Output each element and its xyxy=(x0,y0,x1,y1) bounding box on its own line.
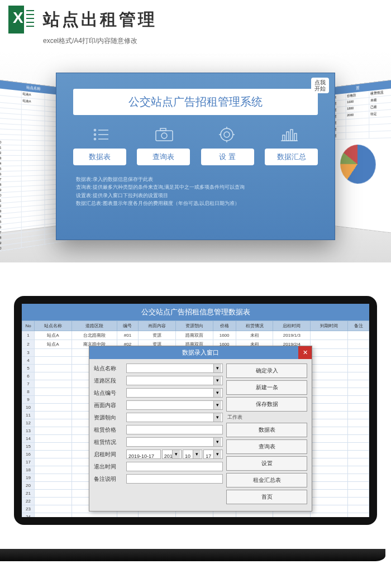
laptop-screen: 公交站点广告招租信息管理数据表 No站点名称道路区段 编号画面内容资源朝向 价格… xyxy=(22,304,369,517)
laptop-frame: 公交站点广告招租信息管理数据表 No站点名称道路区段 编号画面内容资源朝向 价格… xyxy=(14,296,377,525)
bars-icon xyxy=(279,126,300,143)
content-input[interactable] xyxy=(126,400,223,410)
svg-point-9 xyxy=(224,132,230,137)
goto-query-button[interactable]: 查询表 xyxy=(226,439,307,454)
svg-point-0 xyxy=(94,130,96,131)
status-input[interactable] xyxy=(126,437,223,447)
excel-icon xyxy=(8,6,36,34)
svg-point-7 xyxy=(161,133,167,138)
station-number-input[interactable] xyxy=(126,388,223,398)
goto-settings-button[interactable]: 设置 xyxy=(226,456,307,471)
svg-rect-17 xyxy=(287,132,289,141)
save-button[interactable]: 保存数据 xyxy=(226,397,307,412)
orientation-input[interactable] xyxy=(126,413,223,422)
showcase-area: 包图网包图网包图网 包图网包图网包图网 站点名称 1站点A 2站点A 34 56… xyxy=(0,50,391,262)
goto-summary-button[interactable]: 租金汇总表 xyxy=(226,473,307,487)
day-select[interactable]: 17 xyxy=(203,450,223,459)
data-entry-dialog: 数据录入窗口 ✕ 站点名称 道路区段 站点编号 画面内容 资源朝向 租赁价格 租… xyxy=(89,346,312,511)
nav-data-button[interactable]: 数据表 xyxy=(73,149,126,165)
month-select[interactable]: 10 xyxy=(183,450,202,459)
table-row: 1站点A台北路南段#01资源路南双面1600未租2019/1/3 xyxy=(22,331,369,340)
start-date-input[interactable]: 2019-10-17 xyxy=(126,450,161,459)
worksheet-group-label: 工作表 xyxy=(227,414,307,421)
laptop-base xyxy=(0,549,385,561)
dialog-title: 数据录入窗口 ✕ xyxy=(89,346,312,359)
svg-rect-6 xyxy=(156,131,173,141)
goto-data-button[interactable]: 数据表 xyxy=(226,423,307,437)
road-section-input[interactable] xyxy=(126,376,223,385)
svg-rect-8 xyxy=(160,128,166,131)
gear-icon xyxy=(216,126,237,143)
start-button[interactable]: 点我开始 xyxy=(311,78,329,93)
station-name-input[interactable] xyxy=(126,364,223,373)
main-panel: 点我开始 公交站点广告招租管理系统 数据表 查询表 设 置 数据汇总 数据表:录… xyxy=(56,73,335,240)
page-title: 站点出租管理 xyxy=(43,8,157,31)
price-input[interactable] xyxy=(126,425,223,434)
remark-input[interactable] xyxy=(126,474,223,484)
svg-rect-18 xyxy=(290,130,293,141)
year-select[interactable]: 2019 xyxy=(162,450,182,459)
goto-home-button[interactable]: 首页 xyxy=(226,490,307,504)
confirm-button[interactable]: 确定录入 xyxy=(226,364,307,378)
svg-rect-16 xyxy=(283,135,285,141)
nav-summary-button[interactable]: 数据汇总 xyxy=(265,149,318,165)
icon-row xyxy=(56,126,335,143)
page-header: 站点出租管理 xyxy=(0,0,391,36)
list-icon xyxy=(91,126,112,143)
svg-point-2 xyxy=(94,134,96,136)
svg-point-10 xyxy=(221,128,233,141)
description-text: 数据表:录入的数据信息保存于此表 查询表:提供最多六种类型的条件来查询,满足其中… xyxy=(56,165,335,208)
camera-icon xyxy=(154,126,175,143)
end-date-input[interactable] xyxy=(126,462,223,471)
nav-query-button[interactable]: 查询表 xyxy=(137,149,190,165)
sheet-title: 公交站点广告招租信息管理数据表 xyxy=(22,304,369,321)
nav-settings-button[interactable]: 设 置 xyxy=(201,149,254,165)
laptop-mockup-area: 包图网包图网包图网 包图网包图网包图网 公交站点广告招租信息管理数据表 No站点… xyxy=(0,262,391,588)
pie-chart-icon xyxy=(340,144,375,184)
close-icon[interactable]: ✕ xyxy=(298,346,312,359)
system-title: 公交站点广告招租管理系统 xyxy=(73,89,318,115)
page-subtitle: excel格式/A4打印/内容随意修改 xyxy=(0,36,391,50)
svg-point-4 xyxy=(94,138,96,140)
svg-rect-19 xyxy=(294,133,297,141)
new-button[interactable]: 新建一条 xyxy=(226,380,307,395)
